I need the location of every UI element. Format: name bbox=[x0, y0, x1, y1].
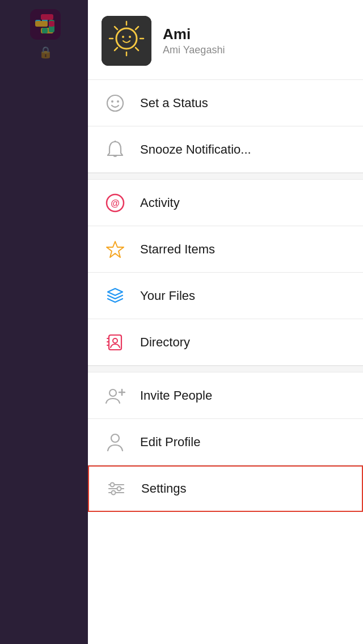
svg-text:@: @ bbox=[111, 198, 120, 208]
svg-point-43 bbox=[112, 491, 116, 495]
invite-people-label: Invite People bbox=[140, 388, 212, 403]
directory-item[interactable]: Directory bbox=[88, 319, 363, 366]
user-info: Ami Ami Yaegashi bbox=[163, 26, 225, 56]
activity-label: Activity bbox=[140, 196, 180, 210]
svg-point-30 bbox=[113, 338, 117, 343]
svg-point-20 bbox=[122, 36, 124, 38]
files-icon bbox=[102, 282, 129, 310]
user-avatar bbox=[102, 16, 151, 66]
edit-profile-item[interactable]: Edit Profile bbox=[88, 419, 363, 465]
settings-label: Settings bbox=[141, 481, 187, 496]
svg-point-37 bbox=[111, 434, 119, 442]
set-status-item[interactable]: Set a Status bbox=[88, 80, 363, 126]
snooze-notifications-item[interactable]: Snooze Notificatio... bbox=[88, 126, 363, 173]
emoji-icon bbox=[102, 90, 129, 117]
your-files-label: Your Files bbox=[140, 289, 195, 303]
user-avatar-image bbox=[102, 16, 151, 66]
activity-item[interactable]: @ Activity bbox=[88, 180, 363, 226]
section-divider-2 bbox=[88, 366, 363, 372]
directory-icon bbox=[102, 329, 129, 356]
svg-point-24 bbox=[117, 100, 119, 103]
svg-point-41 bbox=[111, 483, 115, 487]
at-icon: @ bbox=[102, 189, 129, 217]
star-icon bbox=[102, 236, 129, 263]
menu-section-bottom: Invite People Edit Profile bbox=[88, 372, 363, 512]
svg-point-42 bbox=[117, 487, 121, 491]
section-divider-1 bbox=[88, 173, 363, 180]
user-username: Ami Yaegashi bbox=[163, 44, 225, 56]
menu-panel: Ami Ami Yaegashi Set a Status bbox=[88, 0, 363, 644]
settings-icon bbox=[103, 475, 130, 502]
svg-point-34 bbox=[109, 389, 116, 396]
svg-marker-28 bbox=[107, 242, 124, 257]
starred-items-item[interactable]: Starred Items bbox=[88, 226, 363, 273]
profile-icon bbox=[102, 429, 129, 456]
snooze-label: Snooze Notificatio... bbox=[140, 142, 251, 157]
svg-point-23 bbox=[111, 100, 113, 103]
user-header: Ami Ami Yaegashi bbox=[88, 0, 363, 80]
invite-icon bbox=[102, 382, 129, 409]
directory-label: Directory bbox=[140, 335, 190, 350]
user-display-name: Ami bbox=[163, 26, 225, 43]
bell-icon bbox=[102, 136, 129, 163]
menu-section-top: Set a Status Snooze Notificatio... bbox=[88, 80, 363, 173]
starred-items-label: Starred Items bbox=[140, 242, 215, 257]
menu-section-middle: @ Activity Starred Items bbox=[88, 180, 363, 366]
edit-profile-label: Edit Profile bbox=[140, 435, 200, 450]
settings-item[interactable]: Settings bbox=[88, 465, 363, 512]
invite-people-item[interactable]: Invite People bbox=[88, 372, 363, 419]
svg-point-22 bbox=[107, 95, 123, 111]
your-files-item[interactable]: Your Files bbox=[88, 273, 363, 319]
svg-point-21 bbox=[129, 36, 131, 38]
set-status-label: Set a Status bbox=[140, 96, 208, 111]
